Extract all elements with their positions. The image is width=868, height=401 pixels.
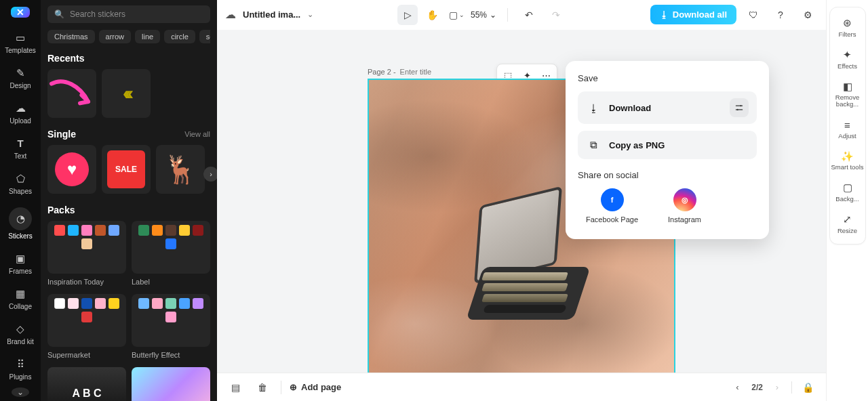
project-title[interactable]: Untitled ima... <box>243 9 300 20</box>
nav-text[interactable]: TText <box>0 131 41 165</box>
badge4-icon <box>95 298 106 309</box>
nav-upload[interactable]: ☁Upload <box>0 96 41 130</box>
help-button[interactable]: ? <box>770 5 791 25</box>
rail-effects[interactable]: ✦Effects <box>830 43 865 75</box>
adjust-icon: ≡ <box>844 119 850 131</box>
rail-background[interactable]: ▢Backg... <box>830 176 865 208</box>
zoom-control[interactable]: 55%⌄ <box>471 10 496 20</box>
app-logo[interactable] <box>11 7 30 18</box>
chip-line[interactable]: line <box>135 30 160 43</box>
topbar: ☁ Untitled ima... ⌄ ▷ ✋ ▢⌄ 55%⌄ ↶ ↷ ⭳Dow… <box>217 0 826 30</box>
center-area: ☁ Untitled ima... ⌄ ▷ ✋ ▢⌄ 55%⌄ ↶ ↷ ⭳Dow… <box>217 0 826 401</box>
bandage-icon <box>81 238 92 249</box>
lock-button[interactable]: 🔒 <box>797 377 818 398</box>
single-sale[interactable]: SALE <box>102 145 151 194</box>
seal-icon <box>193 225 203 236</box>
single-title: Single <box>47 129 76 140</box>
chip-square[interactable]: squ <box>199 30 210 43</box>
nav-more[interactable]: ⌄ <box>12 387 29 397</box>
nav-frames[interactable]: ▣Frames <box>0 247 41 280</box>
download-settings-button[interactable] <box>730 98 749 117</box>
text-icon: T <box>14 137 27 150</box>
download-popover: Save ⭳ Download ⧉ Copy as PNG Share on s… <box>566 61 769 239</box>
pack-extra-1[interactable]: A B C <box>47 367 126 401</box>
download-icon: ⭳ <box>660 9 669 20</box>
stickers-panel: 🔍 Search stickers Christmas arrow line c… <box>41 0 217 401</box>
chip-christmas[interactable]: Christmas <box>47 30 95 43</box>
page-number-label: Page 2 - <box>368 68 396 76</box>
cloud-sync-icon[interactable]: ☁ <box>225 8 236 21</box>
download-all-button[interactable]: ⭳Download all <box>650 5 736 24</box>
pack-inspiration[interactable] <box>47 221 126 274</box>
right-rail: ⊛Filters ✦Effects ◧Remove backg... ≡Adju… <box>826 0 868 401</box>
collage-icon: ▦ <box>14 287 27 301</box>
add-page-button[interactable]: ⊕Add page <box>290 382 341 392</box>
pill-icon <box>95 225 106 236</box>
title-chevron-icon[interactable]: ⌄ <box>307 10 313 19</box>
oval-icon <box>179 225 190 236</box>
nav-plugins[interactable]: ⠿Plugins <box>0 352 41 386</box>
badge5-icon <box>108 298 119 309</box>
rail-smart-tools[interactable]: ✨Smart tools <box>830 145 865 176</box>
gear-icon: ⚙ <box>804 9 812 20</box>
page-title-input[interactable] <box>400 68 448 76</box>
shield-button[interactable]: 🛡 <box>743 5 764 25</box>
single-next-button[interactable]: › <box>203 167 217 182</box>
effects-icon: ✦ <box>843 49 852 61</box>
chevron-down-icon: ⌄ <box>459 12 465 18</box>
pointer-tool[interactable]: ▷ <box>397 5 418 25</box>
settings-button[interactable]: ⚙ <box>797 5 818 25</box>
left-nav: ▭Templates ✎Design ☁Upload TText ⬠Shapes… <box>0 0 41 401</box>
packs-title: Packs <box>47 205 75 215</box>
chip-circle[interactable]: circle <box>164 30 195 43</box>
shield-icon: 🛡 <box>749 9 758 20</box>
rail-filters[interactable]: ⊛Filters <box>830 12 865 43</box>
tag-icon <box>152 225 163 236</box>
chip-arrow[interactable]: arrow <box>99 30 132 43</box>
svg-point-1 <box>737 109 738 110</box>
pack-label[interactable] <box>132 221 210 274</box>
single-reindeer[interactable]: 🦌 <box>156 145 205 194</box>
download-option[interactable]: ⭳ Download <box>578 91 757 124</box>
nav-templates[interactable]: ▭Templates <box>0 26 41 60</box>
nav-collage[interactable]: ▦Collage <box>0 282 41 316</box>
pack-butterfly[interactable] <box>132 294 210 347</box>
pages-button[interactable]: ▤ <box>225 377 245 398</box>
pack-extra-2[interactable] <box>132 367 210 401</box>
bfly1-icon <box>138 298 149 309</box>
nav-brandkit[interactable]: ◇Brand kit <box>0 317 41 351</box>
shapes-icon: ⬠ <box>14 172 27 186</box>
share-facebook[interactable]: f Facebook Page <box>586 188 638 224</box>
canvas[interactable]: Page 2 - ⬚ ✦ ⋯ ⧉ ⋯ <box>217 30 826 373</box>
pack-supermarket[interactable] <box>47 294 126 347</box>
nav-shapes[interactable]: ⬠Shapes <box>0 167 41 200</box>
recycle-icon <box>68 225 79 236</box>
rail-adjust[interactable]: ≡Adjust <box>830 114 865 145</box>
bfly2-icon <box>152 298 163 309</box>
share-instagram[interactable]: ◎ Instagram <box>668 188 701 224</box>
crop-tool[interactable]: ▢⌄ <box>446 5 467 25</box>
undo-button[interactable]: ↶ <box>519 5 539 25</box>
rail-resize[interactable]: ⤢Resize <box>830 208 865 240</box>
heart-icon: ♥ <box>55 152 89 186</box>
nav-stickers[interactable]: ◔Stickers <box>0 202 41 245</box>
badge1-icon <box>54 298 65 309</box>
hand-tool[interactable]: ✋ <box>422 5 442 25</box>
next-page-button[interactable]: › <box>768 379 786 396</box>
rail-remove-bg[interactable]: ◧Remove backg... <box>830 75 865 114</box>
single-view-all[interactable]: View all <box>184 130 210 138</box>
crop-icon: ▢ <box>449 9 458 20</box>
recent-sticker-arrow[interactable] <box>47 69 96 118</box>
prev-page-button[interactable]: ‹ <box>728 379 746 396</box>
help-icon: ? <box>778 9 783 20</box>
nav-design[interactable]: ✎Design <box>0 61 41 95</box>
single-heart[interactable]: ♥ <box>47 145 96 194</box>
copy-png-option[interactable]: ⧉ Copy as PNG <box>578 131 757 159</box>
add-page-icon: ⊕ <box>290 382 297 392</box>
svg-point-0 <box>740 105 741 106</box>
redo-button[interactable]: ↷ <box>546 5 566 25</box>
pointer-icon: ▷ <box>404 9 412 20</box>
recent-sticker-chevrons[interactable]: ‹‹‹ <box>102 69 151 118</box>
delete-page-button[interactable]: 🗑 <box>252 377 273 398</box>
search-input[interactable]: 🔍 Search stickers <box>47 5 210 23</box>
